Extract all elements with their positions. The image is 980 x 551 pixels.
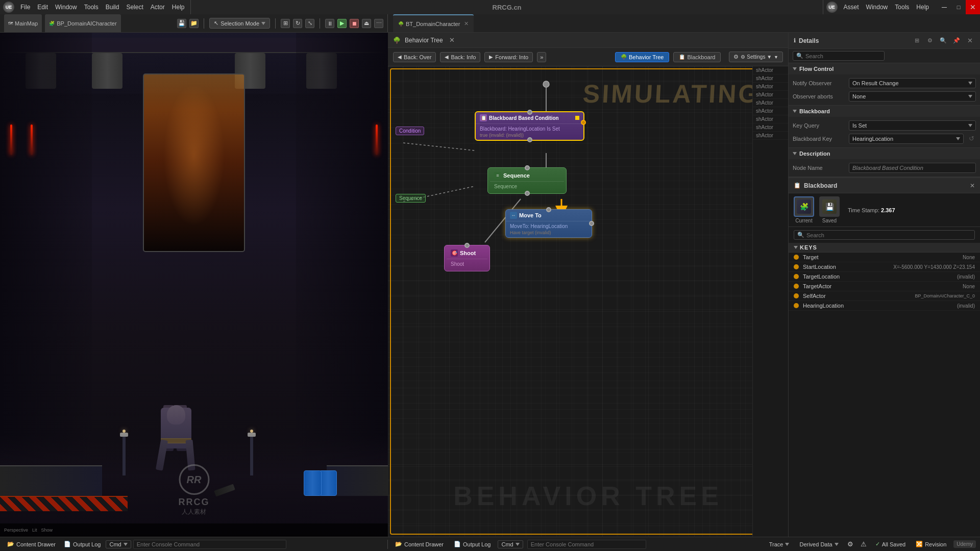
window-close[interactable]: ✕ (966, 0, 980, 14)
menu-build[interactable]: Build (103, 3, 122, 12)
bb-search-container[interactable]: 🔍 (794, 230, 975, 240)
all-saved-btn[interactable]: ✓ All Saved (872, 540, 909, 548)
actor-item-6[interactable]: shActor (753, 107, 788, 115)
actor-item-8[interactable]: shActor (753, 123, 788, 132)
bb-key-hearingloc[interactable]: HearingLocation (invalid) (789, 301, 980, 311)
bt-node-movetask[interactable]: ↔ Move To MoveTo: HearingLocation Have t… (505, 209, 592, 238)
actor-item-5[interactable]: shActor (753, 99, 788, 107)
menu-file[interactable]: File (17, 3, 33, 12)
blackboard-key-dropdown[interactable]: HearingLocation (849, 134, 964, 144)
play-btn[interactable]: ▶ (337, 19, 347, 28)
cmd-btn-right[interactable]: Cmd (498, 540, 523, 548)
key-query-dropdown[interactable]: Is Set (849, 120, 976, 131)
output-log-btn-right[interactable]: 📄 Output Log (451, 540, 494, 548)
node-name-text[interactable]: Blackboard Based Condition (849, 163, 976, 173)
actor-item-2[interactable]: shActor (753, 74, 788, 83)
expand-nav[interactable]: » (537, 52, 546, 62)
output-log-btn[interactable]: 📄 Output Log (61, 540, 104, 548)
toolbar-transform3[interactable]: ⤡ (305, 19, 314, 28)
details-icon-btn4[interactable]: 📌 (951, 36, 962, 46)
node-conn-top-move[interactable] (546, 207, 551, 212)
details-close-btn[interactable]: ✕ (965, 36, 975, 46)
key-query-control[interactable]: Is Set (849, 120, 976, 131)
tab-bp-domain[interactable]: 🧩 BP_DomainAICharacter (45, 14, 120, 32)
node-conn-top-cond[interactable] (527, 110, 532, 115)
revision-btn[interactable]: 🔀 Revision (913, 540, 949, 548)
details-icon-btn3[interactable]: 🔍 (938, 36, 948, 46)
toolbar-save[interactable]: 💾 (177, 19, 186, 28)
console-input[interactable] (133, 540, 286, 549)
menu-help[interactable]: Help (169, 3, 188, 12)
details-search-input[interactable] (805, 53, 881, 59)
console-input-right[interactable] (527, 540, 646, 549)
play-pause-btn[interactable]: ⏸ (325, 19, 334, 28)
menu-edit[interactable]: Edit (34, 3, 51, 12)
ue-logo[interactable]: UE (3, 2, 14, 13)
bb-search-input[interactable] (806, 232, 971, 238)
bb-key-targetloc[interactable]: TargetLocation (invalid) (789, 272, 980, 282)
details-icon-btn2[interactable]: ⚙ (925, 36, 935, 46)
flow-control-toggle[interactable]: Flow Control (789, 63, 980, 74)
node-conn-right-cond[interactable] (581, 120, 586, 125)
actor-item-1[interactable]: shActor (753, 66, 788, 74)
bb-current-btn[interactable]: 🧩 Current (794, 196, 814, 223)
toolbar-icon2[interactable]: 📁 (189, 19, 199, 28)
node-conn-top-shoot[interactable] (464, 243, 470, 248)
notify-observer-control[interactable]: On Result Change (849, 78, 976, 88)
observer-aborts-dropdown[interactable]: None (849, 91, 976, 102)
bb-close-btn[interactable]: ✕ (970, 182, 975, 189)
window-minimize[interactable]: ─ (937, 0, 951, 14)
stop-btn[interactable]: ⏹ (350, 19, 359, 28)
node-conn-bot-seq[interactable] (525, 191, 530, 196)
behavior-tree-tab-btn[interactable]: 🌳 Behavior Tree (615, 52, 669, 62)
description-toggle[interactable]: Description (789, 148, 980, 159)
details-icon-btn1[interactable]: ⊞ (912, 36, 922, 46)
bt-node-condition[interactable]: 📋 Blackboard Based Condition Blackboard:… (475, 111, 584, 141)
settings-btn[interactable]: ⚙ ⚙ Settings ▼ ▼ (729, 52, 783, 62)
node-conn-right-move[interactable] (589, 221, 594, 226)
details-search-box[interactable]: 🔍 (793, 51, 885, 61)
derived-data-btn[interactable]: Derived Data (796, 540, 841, 548)
cmd-btn[interactable]: Cmd (106, 540, 131, 548)
bb-key-target[interactable]: Target None (789, 253, 980, 262)
bt-menu-asset[interactable]: Asset (841, 3, 862, 12)
back-over-btn[interactable]: ◀ Back: Over (393, 52, 436, 62)
bt-canvas[interactable]: SIMULATING (388, 66, 788, 537)
toolbar-transform2[interactable]: ↻ (293, 19, 302, 28)
blackboard-key-control[interactable]: HearingLocation ↺ (849, 134, 976, 144)
node-name-control[interactable]: Blackboard Based Condition (849, 163, 976, 173)
bt-node-sequence[interactable]: ≡ Sequence Sequence (487, 167, 567, 194)
tab-bt-domain[interactable]: 🌳 BT_DomainCharacter ✕ (393, 14, 474, 32)
actor-item-3[interactable]: shActor (753, 83, 788, 91)
bb-key-startloc[interactable]: StartLocation X=-5600.000 Y=1430.000 Z=2… (789, 262, 980, 272)
bb-key-targetactor[interactable]: TargetActor None (789, 282, 980, 291)
observer-aborts-control[interactable]: None (849, 91, 976, 102)
tab-mainmap[interactable]: 🗺 MainMap (4, 14, 42, 32)
menu-window[interactable]: Window (52, 3, 80, 12)
more-options[interactable]: ⋯ (374, 19, 383, 28)
actor-item-9[interactable]: shActor (753, 132, 788, 140)
notify-observer-dropdown[interactable]: On Result Change (849, 78, 976, 88)
bt-tab-close[interactable]: ✕ (464, 20, 469, 27)
actor-item-4[interactable]: shActor (753, 91, 788, 99)
bt-node-shoot[interactable]: 🎯 Shoot Shoot (444, 245, 490, 271)
trace-btn[interactable]: Trace (766, 540, 793, 548)
blackboard-detail-toggle[interactable]: Blackboard (789, 106, 980, 117)
node-conn-top-seq[interactable] (525, 165, 530, 170)
bb-saved-btn[interactable]: 💾 Saved (819, 196, 840, 223)
bt-panel-close[interactable]: ✕ (449, 36, 455, 44)
forward-into-btn[interactable]: ▶ Forward: Into (484, 52, 533, 62)
content-drawer-btn-right[interactable]: 📂 Content Drawer (392, 540, 447, 548)
menu-select[interactable]: Select (123, 3, 146, 12)
node-conn-bot-cond[interactable] (527, 137, 532, 142)
content-drawer-btn[interactable]: 📂 Content Drawer (4, 540, 59, 548)
bt-menu-tools[interactable]: Tools (892, 3, 912, 12)
blackboard-key-reset[interactable]: ↺ (967, 134, 976, 143)
bt-menu-help[interactable]: Help (913, 3, 932, 12)
bt-menu-window[interactable]: Window (863, 3, 891, 12)
back-into-btn[interactable]: ◀ Back: Info (440, 52, 480, 62)
toolbar-transform1[interactable]: ⊞ (281, 19, 290, 28)
blackboard-tab-btn[interactable]: 📋 Blackboard (673, 52, 721, 62)
bb-key-selfactor[interactable]: SelfActor BP_DomainAICharacter_C_0 (789, 291, 980, 301)
selection-mode-btn[interactable]: ↖ Selection Mode (209, 18, 270, 29)
